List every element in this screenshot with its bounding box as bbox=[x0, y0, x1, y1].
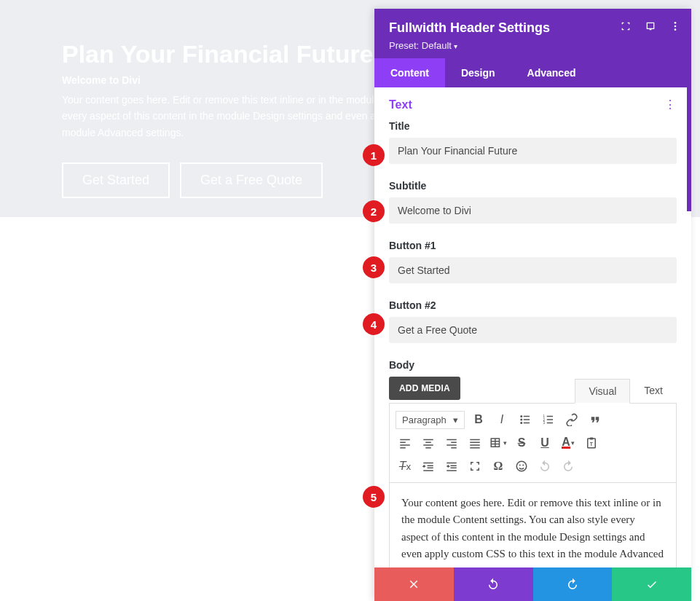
svg-rect-18 bbox=[400, 447, 406, 449]
cancel-button[interactable] bbox=[374, 567, 454, 601]
svg-point-2 bbox=[675, 28, 677, 31]
fullscreen-icon[interactable] bbox=[465, 457, 484, 476]
ordered-list-icon[interactable]: 123 bbox=[539, 410, 558, 429]
svg-rect-10 bbox=[547, 416, 553, 417]
text-color-icon[interactable]: A▾ bbox=[559, 433, 578, 452]
tab-content[interactable]: Content bbox=[374, 58, 445, 87]
svg-rect-38 bbox=[423, 463, 433, 464]
svg-rect-22 bbox=[425, 447, 431, 449]
quote-icon[interactable] bbox=[586, 410, 605, 429]
indent-icon[interactable] bbox=[442, 457, 461, 476]
underline-icon[interactable]: U bbox=[535, 433, 554, 452]
subtitle-label: Subtitle bbox=[389, 180, 677, 192]
svg-rect-16 bbox=[400, 442, 406, 444]
responsive-icon[interactable] bbox=[645, 20, 656, 32]
svg-point-46 bbox=[516, 461, 527, 471]
svg-rect-20 bbox=[425, 442, 431, 444]
callout-1: 1 bbox=[363, 144, 385, 166]
paragraph-select[interactable]: Paragraph▾ bbox=[396, 411, 465, 429]
strikethrough-icon[interactable]: S bbox=[512, 433, 531, 452]
body-editor[interactable]: Your content goes here. Edit or remove t… bbox=[389, 483, 677, 567]
field-button1: Button #1 bbox=[389, 240, 677, 283]
svg-rect-45 bbox=[447, 470, 457, 471]
svg-point-0 bbox=[675, 22, 677, 24]
svg-rect-44 bbox=[451, 468, 457, 469]
button1-input[interactable] bbox=[389, 257, 677, 283]
field-button2: Button #2 bbox=[389, 299, 677, 343]
hero-button-1[interactable]: Get Started bbox=[62, 162, 170, 198]
svg-rect-29 bbox=[470, 444, 480, 446]
svg-point-1 bbox=[675, 25, 677, 28]
svg-rect-26 bbox=[451, 447, 457, 449]
section-header: Text ⋮ bbox=[389, 98, 677, 111]
callout-2: 2 bbox=[363, 200, 385, 222]
tab-advanced[interactable]: Advanced bbox=[511, 58, 592, 87]
panel-body: Text ⋮ Title Subtitle Button #1 Button #… bbox=[374, 87, 691, 567]
undo-icon[interactable] bbox=[535, 457, 554, 476]
svg-rect-41 bbox=[423, 470, 433, 471]
svg-rect-12 bbox=[547, 419, 553, 420]
svg-rect-24 bbox=[451, 442, 457, 444]
link-icon[interactable] bbox=[562, 410, 581, 429]
callout-5: 5 bbox=[363, 486, 385, 508]
svg-rect-28 bbox=[470, 442, 480, 444]
hero-button-2[interactable]: Get a Free Quote bbox=[180, 162, 323, 198]
redo-icon[interactable] bbox=[559, 457, 578, 476]
editor-tab-text[interactable]: Text bbox=[630, 378, 677, 403]
svg-point-48 bbox=[522, 465, 524, 466]
bold-icon[interactable]: B bbox=[469, 410, 488, 429]
subtitle-input[interactable] bbox=[389, 197, 677, 224]
save-button[interactable] bbox=[612, 567, 691, 601]
clear-format-icon[interactable]: Tx bbox=[396, 457, 414, 476]
table-icon[interactable]: ▾ bbox=[489, 433, 508, 452]
more-icon[interactable] bbox=[669, 20, 681, 32]
svg-rect-27 bbox=[470, 439, 480, 441]
svg-rect-30 bbox=[470, 447, 480, 449]
special-char-icon[interactable]: Ω bbox=[489, 457, 508, 476]
svg-rect-8 bbox=[524, 423, 530, 424]
align-center-icon[interactable] bbox=[419, 433, 438, 452]
editor-toolbar: Paragraph▾ B I 123 ▾ S U A▾ bbox=[389, 404, 677, 483]
button2-label: Button #2 bbox=[389, 299, 677, 311]
callout-4: 4 bbox=[363, 313, 385, 335]
svg-rect-21 bbox=[423, 444, 433, 446]
footer-redo-button[interactable] bbox=[533, 567, 613, 601]
svg-text:T: T bbox=[590, 441, 594, 447]
preset-selector[interactable]: Preset: Default bbox=[389, 40, 677, 51]
svg-rect-17 bbox=[400, 444, 410, 446]
title-input[interactable] bbox=[389, 138, 677, 164]
button1-label: Button #1 bbox=[389, 240, 677, 251]
outdent-icon[interactable] bbox=[419, 457, 438, 476]
add-media-button[interactable]: ADD MEDIA bbox=[389, 377, 460, 400]
toolbar-row-2: ▾ S U A▾ T bbox=[396, 431, 670, 455]
svg-rect-25 bbox=[447, 444, 457, 446]
svg-rect-40 bbox=[428, 468, 433, 469]
section-title: Text bbox=[389, 98, 412, 111]
editor-tab-visual[interactable]: Visual bbox=[575, 379, 630, 404]
panel-header: Fullwidth Header Settings Preset: Defaul… bbox=[374, 9, 691, 58]
scroll-indicator[interactable] bbox=[687, 87, 691, 211]
svg-point-3 bbox=[520, 415, 522, 417]
svg-rect-19 bbox=[423, 439, 433, 441]
panel-footer bbox=[374, 567, 691, 601]
paste-text-icon[interactable]: T bbox=[582, 433, 601, 452]
tab-design[interactable]: Design bbox=[445, 58, 511, 87]
svg-rect-42 bbox=[447, 463, 457, 464]
italic-icon[interactable]: I bbox=[492, 410, 511, 429]
svg-rect-36 bbox=[590, 438, 594, 440]
panel-header-icons bbox=[620, 20, 681, 32]
section-menu-icon[interactable]: ⋮ bbox=[664, 98, 677, 111]
emoji-icon[interactable] bbox=[512, 457, 531, 476]
align-left-icon[interactable] bbox=[396, 433, 414, 452]
settings-panel: Fullwidth Header Settings Preset: Defaul… bbox=[374, 9, 691, 601]
align-justify-icon[interactable] bbox=[465, 433, 484, 452]
body-label: Body bbox=[389, 359, 677, 371]
align-right-icon[interactable] bbox=[442, 433, 461, 452]
expand-icon[interactable] bbox=[620, 20, 632, 32]
svg-point-47 bbox=[519, 465, 521, 466]
footer-undo-button[interactable] bbox=[454, 567, 533, 601]
unordered-list-icon[interactable] bbox=[516, 410, 535, 429]
svg-rect-43 bbox=[451, 466, 457, 467]
svg-rect-4 bbox=[524, 416, 530, 417]
button2-input[interactable] bbox=[389, 317, 677, 343]
